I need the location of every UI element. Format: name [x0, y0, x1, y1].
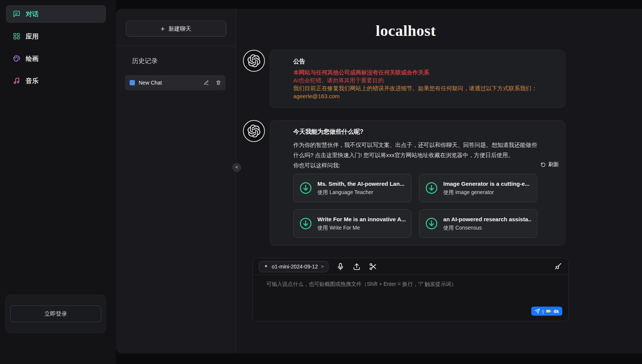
suggestion-grid: Ms. Smith, the AI-powered Lan... 使用 Lang… [293, 174, 542, 238]
suggestion-title: Ms. Smith, the AI-powered Lan... [317, 180, 404, 187]
new-chat-button[interactable]: + 新建聊天 [126, 21, 226, 37]
composer: o1-mini-2024-09-12 > [252, 258, 569, 321]
refresh-button[interactable]: 刷新 [540, 161, 559, 168]
collapse-sidebar-button[interactable]: < [232, 163, 241, 172]
assistant-avatar [243, 50, 265, 72]
clear-context-button[interactable] [554, 262, 562, 271]
ask-line: 你也可以这样问我: [293, 160, 542, 170]
divider [116, 46, 236, 46]
suggestion-subtitle: 使用 Write For Me [317, 225, 406, 231]
arrow-down-circle-icon [299, 181, 312, 195]
announcement-line: 本网站与任何其他公司或商标没有任何关联或合作关系 [293, 68, 542, 76]
sidebar-item-label: 对话 [26, 10, 39, 19]
suggestion-title: Write For Me is an innovative A... [317, 216, 406, 222]
sidebar-item-label: 音乐 [26, 77, 39, 85]
message-input[interactable] [266, 281, 555, 304]
broom-icon [554, 262, 562, 271]
suggestion-subtitle: 使用 Language Teacher [317, 189, 404, 196]
upload-icon [353, 262, 361, 271]
suggestion-card[interactable]: Ms. Smith, the AI-powered Lan... 使用 Lang… [293, 174, 411, 202]
model-selector[interactable]: o1-mini-2024-09-12 > [259, 261, 328, 272]
chat-main: localhost 公告 本网站与任何其他公司或商标没有任何关联或合作关系 AI… [236, 9, 642, 353]
screenshot-button[interactable] [369, 262, 377, 271]
delete-icon[interactable] [216, 80, 221, 85]
refresh-icon [540, 162, 546, 168]
chat-item-title: New Chat [139, 80, 200, 86]
scissors-icon [369, 262, 377, 271]
new-chat-label: 新建聊天 [169, 25, 191, 32]
suggestion-subtitle: 使用 image generator [443, 189, 529, 196]
suggestion-title: Image Generator is a cutting-e... [443, 180, 529, 187]
plus-icon: + [161, 25, 165, 32]
history-title: 历史记录 [132, 57, 236, 65]
sidebar-item-music[interactable]: 音乐 [6, 72, 106, 89]
chat-icon [13, 10, 20, 18]
arrow-down-circle-icon [425, 217, 438, 230]
palette-icon [13, 55, 20, 62]
openai-logo-icon [248, 54, 260, 67]
sidebar-item-draw[interactable]: 绘画 [6, 50, 106, 67]
model-name: o1-mini-2024-09-12 [272, 264, 318, 270]
badge-divider: | [542, 308, 543, 314]
message-welcome: 今天我能为您做些什么呢? 作为你的智慧伙伴，我不仅可以写文案、出点子，还可以和你… [243, 120, 569, 246]
sidebar-item-label: 应用 [26, 32, 39, 41]
chevron-right-icon: > [321, 264, 324, 269]
sidebar-item-apps[interactable]: 应用 [6, 28, 106, 45]
arrow-down-circle-icon [425, 181, 438, 195]
send-token-badge[interactable]: | 4k [531, 307, 562, 316]
announcement-line: 我们目前正在修复我们网站上的错误并改进细节。如果您有任何疑问，请通过以下方式联系… [293, 84, 542, 92]
openai-logo-icon [248, 125, 260, 137]
composer-body: | 4k [253, 275, 568, 321]
sidebar-item-label: 绘画 [26, 54, 39, 63]
suggestion-title: an AI-powered research assista... [443, 216, 532, 222]
arrow-down-circle-icon [299, 217, 312, 230]
suggestion-card[interactable]: Image Generator is a cutting-e... 使用 ima… [419, 174, 537, 202]
edit-icon[interactable] [204, 80, 209, 85]
chat-item-icon [130, 80, 135, 85]
welcome-body: 作为你的智慧伙伴，我不仅可以写文案、出点子，还可以和你聊天、回答问题。想知道我还… [293, 140, 542, 160]
app-root: 对话 应用 绘画 音乐 立即登录 + [0, 0, 642, 364]
composer-toolbar: o1-mini-2024-09-12 > [253, 258, 568, 275]
send-icon [535, 308, 540, 314]
announcement-title: 公告 [293, 58, 542, 66]
apps-grid-icon [13, 32, 20, 40]
chevron-left-icon: < [235, 164, 238, 170]
music-note-icon [13, 77, 20, 85]
refresh-label: 刷新 [548, 161, 559, 168]
battery-icon [546, 308, 551, 314]
upload-button[interactable] [353, 262, 361, 271]
suggestion-card[interactable]: Write For Me is an innovative A... 使用 Wr… [293, 209, 411, 238]
login-button[interactable]: 立即登录 [10, 305, 101, 322]
sparkle-icon [263, 264, 269, 269]
suggestion-card[interactable]: an AI-powered research assista... 使用 Con… [419, 209, 537, 238]
token-count: 4k [554, 308, 559, 314]
chat-list-item[interactable]: New Chat [125, 75, 226, 90]
message-bubble: 今天我能为您做些什么呢? 作为你的智慧伙伴，我不仅可以写文案、出点子，还可以和你… [270, 120, 565, 246]
workspace: + 新建聊天 历史记录 New Chat localhost [116, 9, 642, 353]
chat-list-panel: + 新建聊天 历史记录 New Chat [116, 9, 236, 353]
assistant-avatar [243, 120, 265, 142]
mic-button[interactable] [336, 262, 345, 271]
sidebar-item-chat[interactable]: 对话 [6, 5, 106, 23]
suggestion-subtitle: 使用 Consensus [443, 225, 532, 231]
contact-email-link[interactable]: ageerle@163.com [293, 92, 340, 100]
message-bubble: 公告 本网站与任何其他公司或商标没有任何关联或合作关系 AI也会犯错。请勿将其用… [270, 50, 565, 108]
message-announcement: 公告 本网站与任何其他公司或商标没有任何关联或合作关系 AI也会犯错。请勿将其用… [243, 50, 569, 108]
page-title: localhost [243, 22, 569, 40]
primary-sidebar: 对话 应用 绘画 音乐 立即登录 [0, 0, 116, 364]
login-panel: 立即登录 [5, 295, 106, 333]
mic-icon [336, 262, 345, 271]
announcement-line: AI也会犯错。请勿将其用于重要目的 [293, 76, 542, 84]
welcome-title: 今天我能为您做些什么呢? [293, 128, 542, 136]
